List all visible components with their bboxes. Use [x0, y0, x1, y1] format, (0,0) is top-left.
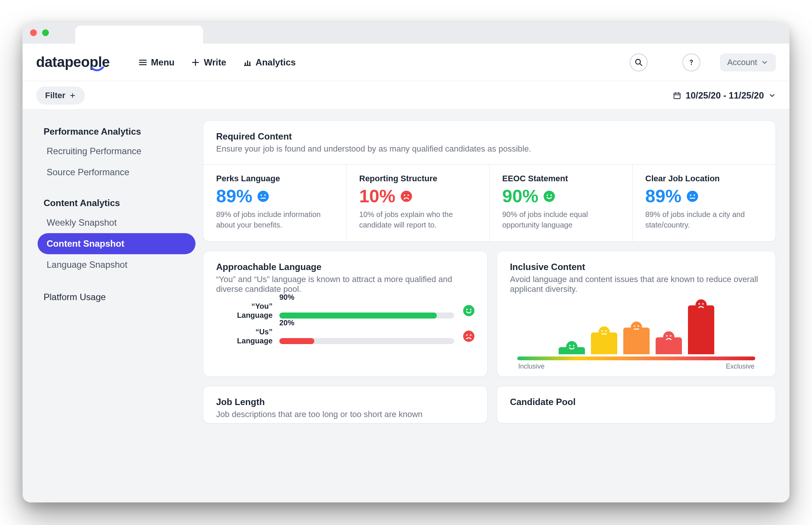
question-icon	[687, 58, 695, 67]
svg-point-14	[691, 64, 692, 65]
kpi-tile: Perks Language 89% 89% of jobs include i…	[203, 165, 347, 241]
face-neutral-icon	[598, 326, 610, 338]
date-range-picker[interactable]: 10/25/20 - 11/25/20	[673, 90, 776, 101]
section-title: Required Content	[216, 131, 763, 142]
help-button[interactable]	[682, 53, 700, 71]
sidebar-item-content-snapshot[interactable]: Content Snapshot	[38, 233, 195, 254]
browser-window: datapeople Menu Write Analytics	[23, 23, 789, 502]
chevron-down-icon	[768, 92, 776, 99]
kpi-tile: Clear Job Location 89% 89% of jobs inclu…	[633, 165, 776, 241]
progress-row: “Us”Language 20%	[216, 327, 474, 345]
maximize-window-icon[interactable]	[42, 29, 49, 36]
section-title: Inclusive Content	[510, 262, 763, 272]
sidebar-item-language-snapshot[interactable]: Language Snapshot	[38, 254, 195, 275]
calendar-icon	[673, 91, 681, 100]
face-neutral-icon	[631, 322, 642, 333]
sidebar-item-source-performance[interactable]: Source Performance	[38, 162, 195, 183]
browser-tab[interactable]	[75, 26, 203, 44]
kpi-label: Reporting Structure	[359, 174, 477, 184]
kpi-desc: 89% of jobs include a city and state/cou…	[645, 209, 763, 230]
progress-fill	[279, 338, 314, 344]
progress-percent: 90%	[279, 293, 294, 302]
progress-label: “Us”Language	[216, 327, 273, 345]
section-title: Approachable Language	[216, 262, 474, 272]
svg-rect-11	[247, 61, 248, 65]
card-candidate-pool: Candidate Pool	[497, 386, 776, 423]
card-job-length: Job Length Job descriptions that are too…	[203, 386, 488, 423]
face-sad-icon	[695, 299, 707, 311]
account-dropdown[interactable]: Account	[720, 53, 776, 71]
axis-label-left: Inclusive	[518, 363, 544, 370]
svg-rect-15	[674, 93, 680, 99]
kpi-value: 89%	[216, 187, 252, 205]
axis-label-right: Exclusive	[726, 363, 754, 370]
progress-track	[279, 338, 454, 344]
chevron-down-icon	[761, 59, 768, 66]
svg-rect-10	[245, 62, 246, 65]
card-inclusive-content: Inclusive Content Avoid language and con…	[497, 251, 776, 377]
progress-percent: 20%	[279, 319, 294, 327]
app-logo[interactable]: datapeople	[36, 54, 112, 70]
face-happy-icon	[463, 305, 474, 316]
kpi-label: EEOC Statement	[502, 174, 620, 184]
plus-icon	[191, 58, 200, 67]
close-window-icon[interactable]	[30, 29, 37, 36]
face-happy-icon	[544, 191, 555, 202]
kpi-desc: 90% of jobs include equal opportunity la…	[502, 209, 620, 230]
kpi-desc: 89% of jobs include information about yo…	[216, 209, 333, 230]
sidebar-item-platform-usage[interactable]: Platform Usage	[38, 287, 195, 308]
primary-nav: Menu Write Analytics	[138, 57, 296, 68]
sidebar-heading-content: Content Analytics	[38, 194, 195, 212]
progress-row: “You”Language 90%	[216, 302, 474, 320]
kpi-value: 89%	[645, 187, 682, 205]
main-panel: Required Content Ensure your job is foun…	[203, 110, 789, 502]
svg-rect-12	[249, 62, 250, 65]
section-desc: Ensure your job is found and understood …	[216, 144, 763, 154]
filter-bar: Filter 10/25/20 - 11/25/20	[23, 81, 789, 110]
progress-fill	[279, 313, 437, 319]
axis-gradient	[517, 357, 755, 360]
hamburger-icon	[138, 58, 147, 67]
section-title: Job Length	[216, 397, 474, 407]
app-header: datapeople Menu Write Analytics	[23, 44, 789, 81]
sidebar-item-recruiting-performance[interactable]: Recruiting Performance	[38, 141, 195, 162]
logo-smile-icon	[90, 67, 104, 72]
search-button[interactable]	[630, 53, 648, 71]
kpi-value: 90%	[502, 187, 538, 205]
bar-chart-icon	[243, 58, 252, 67]
card-required-content: Required Content Ensure your job is foun…	[203, 120, 776, 242]
progress-bars: “You”Language 90% “Us”Language 20%	[216, 302, 474, 345]
sidebar-heading-performance: Performance Analytics	[38, 123, 195, 141]
sidebar-item-weekly-snapshot[interactable]: Weekly Snapshot	[38, 212, 195, 233]
face-neutral-icon	[687, 191, 698, 202]
kpi-tile: Reporting Structure 10% 10% of jobs expl…	[347, 165, 490, 241]
sidebar: Performance Analytics Recruiting Perform…	[23, 110, 203, 502]
inclusive-chart: Inclusive Exclusive	[510, 294, 763, 370]
section-desc: Avoid language and content issues that a…	[510, 275, 763, 294]
kpi-tile: EEOC Statement 90% 90% of jobs include e…	[489, 165, 633, 241]
menu-button[interactable]: Menu	[138, 57, 175, 68]
progress-label: “You”Language	[216, 302, 273, 320]
kpi-grid: Perks Language 89% 89% of jobs include i…	[203, 164, 776, 241]
kpi-desc: 10% of jobs explain who the candidate wi…	[359, 209, 477, 230]
chart-bar	[688, 299, 714, 354]
section-desc: Job descriptions that are too long or to…	[216, 410, 474, 419]
write-button[interactable]: Write	[191, 57, 226, 68]
chart-bar	[591, 326, 617, 355]
search-icon	[635, 58, 643, 67]
section-title: Candidate Pool	[510, 397, 763, 407]
kpi-value: 10%	[359, 187, 395, 205]
window-controls	[30, 29, 49, 36]
chart-bar	[623, 322, 650, 355]
section-desc: “You” and “Us” language is known to attr…	[216, 275, 474, 294]
analytics-button[interactable]: Analytics	[243, 57, 296, 68]
kpi-label: Clear Job Location	[645, 174, 763, 184]
face-sad-icon	[401, 191, 412, 202]
workspace: Performance Analytics Recruiting Perform…	[23, 110, 789, 502]
face-neutral-icon	[258, 191, 269, 202]
kpi-label: Perks Language	[216, 174, 333, 184]
face-sad-icon	[663, 331, 674, 343]
bar-fill	[688, 305, 714, 354]
filter-button[interactable]: Filter	[36, 86, 85, 105]
chart-bar	[559, 341, 585, 355]
